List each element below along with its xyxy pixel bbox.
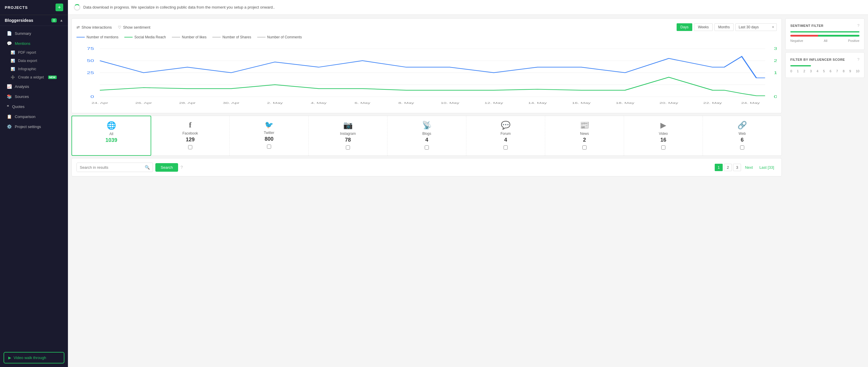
svg-text:50: 50 <box>87 59 94 63</box>
influencer-help-icon[interactable]: ? <box>857 57 860 62</box>
source-card-news[interactable]: 📰 News 2 <box>545 116 624 156</box>
svg-text:12. May: 12. May <box>484 101 503 104</box>
chart-controls: ⇄ Show interactions ♡ Show sentiment Day… <box>76 23 777 31</box>
project-name[interactable]: Bloggersideas <box>5 18 33 23</box>
svg-text:4. May: 4. May <box>311 101 327 104</box>
sources-icon: 📚 <box>7 94 12 99</box>
chevron-up-icon[interactable]: ▲ <box>60 18 63 23</box>
sidebar-item-mentions[interactable]: 💬 Mentions <box>0 38 68 48</box>
sidebar-item-data-export[interactable]: 📊 Data export <box>0 57 68 65</box>
source-card-forum[interactable]: 💬 Forum 4 <box>466 116 545 156</box>
page-2-button[interactable]: 2 <box>724 164 732 171</box>
svg-text:26. Apr: 26. Apr <box>135 101 152 104</box>
svg-text:0: 0 <box>90 95 94 99</box>
svg-text:0k: 0k <box>774 95 777 99</box>
video-icon: ▶ <box>627 121 700 130</box>
add-project-button[interactable]: + <box>56 4 63 11</box>
forum-checkbox[interactable] <box>503 145 508 149</box>
legend-comments: Number of Comments <box>257 35 302 39</box>
source-card-blogs[interactable]: 📡 Blogs 4 <box>388 116 466 156</box>
sidebar-item-summary[interactable]: 📄 Summary <box>0 28 68 38</box>
sidebar: PROJECTS + Bloggersideas 0 ▲ 📄 Summary 💬… <box>0 0 68 367</box>
sentiment-indicator-bar <box>790 31 860 32</box>
search-help-icon[interactable]: ? <box>181 165 183 170</box>
play-icon: ▶ <box>8 356 11 360</box>
pagination: 1 2 3 Next Last [33] <box>715 164 777 171</box>
forum-icon: 💬 <box>469 121 542 130</box>
svg-text:30. Apr: 30. Apr <box>223 101 240 104</box>
source-section: 🌐 All 1039 f Facebook 129 🐦 Twitter <box>71 115 782 156</box>
new-badge: New <box>48 75 57 79</box>
chart-legend: Number of mentions Social Media Reach Nu… <box>76 35 777 39</box>
influencer-x-labels: 012345678910 <box>790 69 860 73</box>
date-range-select[interactable]: Last 30 days Last 7 days Last 90 days Cu… <box>735 23 777 31</box>
project-row: Bloggersideas 0 ▲ <box>0 15 68 26</box>
svg-text:300k: 300k <box>774 46 777 51</box>
sidebar-item-pdf-report[interactable]: 📊 PDF report <box>0 48 68 57</box>
legend-shares: Number of Shares <box>212 35 251 39</box>
facebook-checkbox[interactable] <box>188 145 192 149</box>
nav-items: 📄 Summary 💬 Mentions 📊 PDF report 📊 Data… <box>0 26 68 348</box>
source-card-facebook[interactable]: f Facebook 129 <box>151 116 230 156</box>
svg-text:16. May: 16. May <box>572 101 591 104</box>
source-card-video[interactable]: ▶ Video 16 <box>624 116 703 156</box>
sidebar-item-analysis[interactable]: 📈 Analysis <box>0 81 68 92</box>
instagram-checkbox[interactable] <box>346 145 350 149</box>
source-cards: 🌐 All 1039 f Facebook 129 🐦 Twitter <box>72 116 781 156</box>
search-button[interactable]: Search <box>155 163 178 172</box>
news-icon: 📰 <box>548 121 621 130</box>
page-1-button[interactable]: 1 <box>715 164 723 171</box>
source-card-web[interactable]: 🔗 Web 6 <box>703 116 781 156</box>
search-input[interactable] <box>77 163 142 172</box>
web-checkbox[interactable] <box>740 145 744 149</box>
heart-icon: ♡ <box>118 25 121 30</box>
svg-text:75: 75 <box>87 46 94 51</box>
sidebar-item-create-widget[interactable]: ➕ Create a widget New <box>0 73 68 81</box>
svg-text:100k: 100k <box>774 71 777 75</box>
influencer-indicator-bar <box>790 65 811 66</box>
days-button[interactable]: Days <box>677 23 692 31</box>
svg-text:6. May: 6. May <box>355 101 371 104</box>
video-walkthrough-button[interactable]: ▶ Video walk through <box>4 352 64 363</box>
page-3-button[interactable]: 3 <box>733 164 741 171</box>
last-button[interactable]: Last [33] <box>757 164 777 171</box>
svg-text:2. May: 2. May <box>267 101 283 104</box>
sentiment-bar[interactable] <box>790 35 860 37</box>
comments-line-color <box>257 37 266 37</box>
sentiment-bar-wrap: Negative All Positive <box>790 31 860 42</box>
video-checkbox[interactable] <box>661 145 665 149</box>
show-interactions-button[interactable]: ⇄ Show interactions <box>76 25 112 30</box>
news-checkbox[interactable] <box>582 145 587 149</box>
reach-line-color <box>124 37 133 37</box>
right-panel: SENTIMENT FILTER ? Negative All Positive… <box>785 15 868 367</box>
svg-text:18. May: 18. May <box>616 101 635 104</box>
widget-icon: ➕ <box>11 75 15 79</box>
sentiment-help-icon[interactable]: ? <box>857 23 860 28</box>
svg-text:10. May: 10. May <box>441 101 460 104</box>
twitter-checkbox[interactable] <box>267 144 271 149</box>
source-card-twitter[interactable]: 🐦 Twitter 800 <box>230 116 309 156</box>
chart-wrapper: 75 50 25 0 300k 200k 100k 0k <box>76 42 777 108</box>
influencer-filter-title: FILTER BY INFLUENCER SCORE <box>790 58 845 61</box>
comparison-icon: 📋 <box>7 114 12 119</box>
weeks-button[interactable]: Weeks <box>694 23 712 31</box>
source-card-all[interactable]: 🌐 All 1039 <box>71 115 151 156</box>
svg-text:22. May: 22. May <box>703 101 722 104</box>
blogs-checkbox[interactable] <box>425 145 429 149</box>
show-sentiment-button[interactable]: ♡ Show sentiment <box>118 25 151 30</box>
sentiment-labels: Negative All Positive <box>790 39 860 42</box>
facebook-icon: f <box>154 121 226 130</box>
legend-mentions: Number of mentions <box>76 35 118 39</box>
quotes-icon: ❝ <box>7 104 9 109</box>
next-button[interactable]: Next <box>742 164 755 171</box>
search-icon-button[interactable]: 🔍 <box>142 163 153 172</box>
months-button[interactable]: Months <box>714 23 734 31</box>
sidebar-item-project-settings[interactable]: ⚙️ Project settings <box>0 122 68 132</box>
sidebar-item-comparison[interactable]: 📋 Comparison <box>0 111 68 122</box>
sidebar-item-sources[interactable]: 📚 Sources <box>0 92 68 101</box>
search-input-wrap: 🔍 <box>76 163 153 172</box>
likes-line-color <box>172 37 180 37</box>
sidebar-item-quotes[interactable]: ❝ Quotes <box>0 101 68 111</box>
source-card-instagram[interactable]: 📷 Instagram 78 <box>309 116 388 156</box>
sidebar-item-infographic[interactable]: 📊 Infographic <box>0 65 68 73</box>
